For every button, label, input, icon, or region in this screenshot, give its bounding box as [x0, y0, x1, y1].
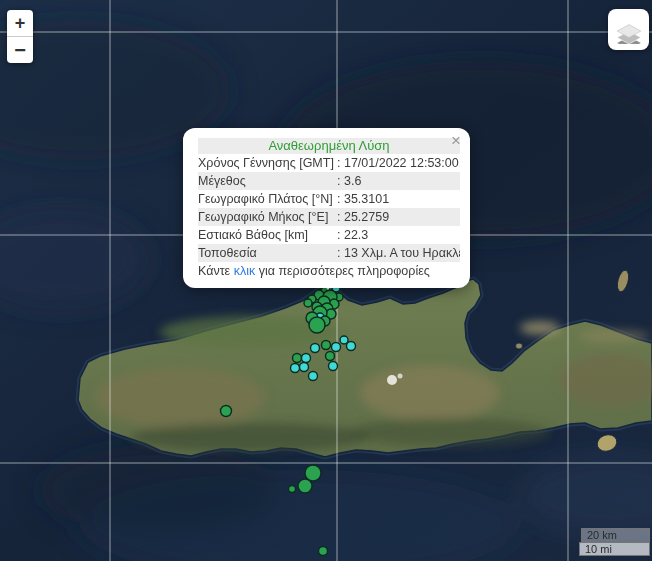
- earthquake-marker[interactable]: [326, 352, 335, 361]
- magnitude-value: 3.6: [344, 174, 361, 188]
- earthquake-marker[interactable]: [305, 465, 321, 481]
- popup-footer: Κάντε κλικ για περισσότερες πληροφορίες: [198, 262, 464, 281]
- zoom-in-button[interactable]: +: [7, 10, 33, 36]
- popup-row: Τοποθεσία : 13 Χλμ. Α του Ηρακλείου: [198, 244, 460, 262]
- layers-icon: [615, 16, 643, 44]
- scale-km: 20 km: [581, 528, 650, 542]
- longitude-value: 25.2759: [344, 210, 389, 224]
- latitude-value: 35.3101: [344, 192, 389, 206]
- popup-row: Μέγεθος : 3.6: [198, 172, 460, 190]
- earthquake-popup: × Αναθεωρημένη Λύση Χρόνος Γέννησης [GMT…: [183, 128, 470, 288]
- popup-row: Χρόνος Γέννησης [GMT] : 17/01/2022 12:53…: [198, 154, 460, 172]
- more-info-link[interactable]: κλικ: [234, 264, 256, 278]
- earthquake-marker[interactable]: [311, 344, 320, 353]
- popup-title: Αναθεωρημένη Λύση: [198, 138, 460, 154]
- earthquake-marker[interactable]: [300, 363, 309, 372]
- earthquake-marker[interactable]: [329, 362, 338, 371]
- earthquake-marker[interactable]: [293, 354, 302, 363]
- popup-row-label: Γεωγραφικό Μήκος [°E]: [198, 208, 337, 226]
- depth-value: 22.3: [344, 228, 368, 242]
- earthquake-marker[interactable]: [309, 317, 325, 333]
- popup-row-label: Εστιακό Βάθος [km]: [198, 226, 337, 244]
- earthquake-marker[interactable]: [309, 372, 318, 381]
- earthquake-marker[interactable]: [347, 342, 356, 351]
- popup-row-label: Χρόνος Γέννησης [GMT]: [198, 154, 337, 172]
- earthquake-marker[interactable]: [319, 547, 328, 556]
- map[interactable]: + − × Αναθεωρημένη Λύση Χρόνος Γέννησης …: [0, 0, 652, 561]
- earthquake-marker[interactable]: [304, 299, 312, 307]
- location-value: 13 Χλμ. Α του Ηρακλείου: [344, 246, 460, 260]
- earthquake-marker[interactable]: [340, 336, 348, 344]
- popup-row: Γεωγραφικό Πλάτος [°N] : 35.3101: [198, 190, 460, 208]
- popup-row-label: Τοποθεσία: [198, 244, 337, 262]
- layers-button[interactable]: [608, 9, 649, 50]
- scale-control: 20 km 10 mi: [579, 528, 650, 556]
- popup-row-label: Μέγεθος: [198, 172, 337, 190]
- quarry-spot: [398, 374, 403, 379]
- earthquake-marker[interactable]: [332, 343, 341, 352]
- popup-close-button[interactable]: ×: [451, 132, 461, 149]
- earthquake-marker[interactable]: [289, 486, 296, 493]
- earthquake-marker[interactable]: [322, 341, 331, 350]
- earthquake-marker[interactable]: [291, 364, 300, 373]
- earthquake-marker[interactable]: [298, 479, 312, 493]
- earthquake-marker[interactable]: [302, 354, 311, 363]
- islet: [516, 343, 523, 349]
- popup-row-label: Γεωγραφικό Πλάτος [°N]: [198, 190, 337, 208]
- popup-row: Εστιακό Βάθος [km] : 22.3: [198, 226, 460, 244]
- quarry-spot: [387, 375, 397, 385]
- popup-rows: Χρόνος Γέννησης [GMT] : 17/01/2022 12:53…: [198, 154, 464, 262]
- zoom-control: + −: [7, 10, 33, 63]
- scale-mi: 10 mi: [579, 542, 650, 556]
- origin-time-value: 17/01/2022 12:53:00.86: [344, 156, 460, 170]
- popup-row: Γεωγραφικό Μήκος [°E] : 25.2759: [198, 208, 460, 226]
- zoom-out-button[interactable]: −: [7, 36, 33, 63]
- earthquake-marker[interactable]: [221, 406, 232, 417]
